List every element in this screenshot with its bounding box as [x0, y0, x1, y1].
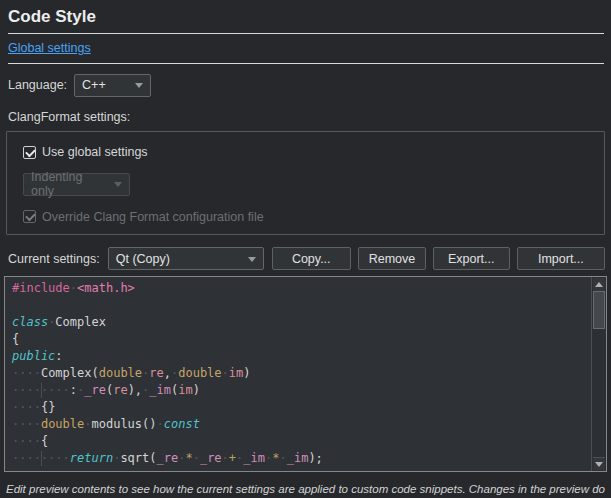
scrollbar-thumb[interactable] — [593, 291, 605, 329]
current-settings-label: Current settings: — [8, 252, 100, 266]
copy-button[interactable]: Copy... — [272, 247, 351, 270]
code-area[interactable]: #include·<math.h> class·Complex{public:·… — [5, 277, 606, 471]
triangle-up-icon — [595, 282, 603, 287]
clangformat-mode-value: Indenting only — [31, 170, 107, 198]
checkbox-box-icon — [23, 210, 36, 223]
vertical-scrollbar[interactable] — [591, 277, 606, 471]
clangformat-section-label: ClangFormat settings: — [8, 110, 606, 124]
current-settings-row: Current settings: Qt (Copy) Copy... Remo… — [8, 247, 605, 270]
language-row: Language: C++ — [8, 73, 606, 97]
scroll-down-button[interactable] — [593, 457, 605, 470]
global-settings-row: Global settings — [8, 34, 604, 64]
use-global-settings-checkbox[interactable]: Use global settings — [23, 145, 148, 159]
language-combobox-value: C++ — [82, 78, 106, 92]
language-label: Language: — [8, 78, 67, 92]
chevron-down-icon — [114, 182, 122, 187]
override-config-label: Override Clang Format configuration file — [42, 210, 264, 224]
chevron-down-icon — [248, 257, 256, 262]
global-settings-link[interactable]: Global settings — [8, 41, 91, 55]
scroll-up-button[interactable] — [593, 278, 605, 291]
current-settings-combobox[interactable]: Qt (Copy) — [108, 247, 264, 270]
triangle-down-icon — [595, 462, 603, 467]
use-global-settings-label: Use global settings — [42, 145, 148, 159]
export-button[interactable]: Export... — [433, 247, 510, 270]
current-settings-value: Qt (Copy) — [116, 252, 170, 266]
override-config-checkbox[interactable]: Override Clang Format configuration file — [23, 210, 264, 224]
remove-button[interactable]: Remove — [358, 247, 426, 270]
clangformat-mode-combobox[interactable]: Indenting only — [23, 173, 130, 196]
code-preview-editor[interactable]: #include·<math.h> class·Complex{public:·… — [4, 276, 607, 472]
checkbox-box-icon — [23, 146, 36, 159]
page-title: Code Style — [8, 7, 604, 34]
language-combobox[interactable]: C++ — [74, 74, 151, 97]
code-style-settings-page: { "page": { "title": "Code Style" }, "li… — [0, 0, 611, 498]
preview-hint-text: Edit preview contents to see how the cur… — [6, 480, 605, 498]
clangformat-groupbox: Use global settings Indenting only Overr… — [6, 131, 605, 235]
chevron-down-icon — [135, 83, 143, 88]
import-button[interactable]: Import... — [517, 247, 605, 270]
